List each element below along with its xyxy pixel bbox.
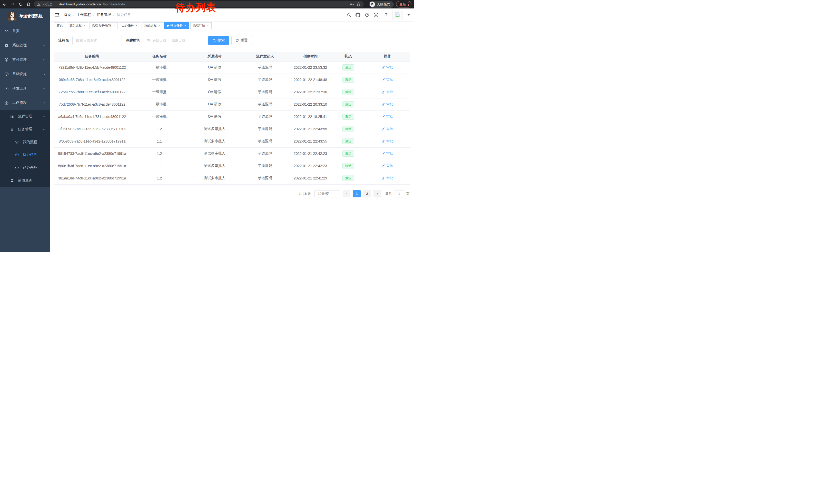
cell-create-time: 2022-01-22 20:33:10 [290, 98, 331, 110]
prev-page-button[interactable] [343, 190, 350, 197]
todo-task-table: 任务编号 任务名称 所属流程 流程发起人 创建时间 状态 操作 73211d9d… [54, 52, 410, 185]
browser-menu-icon[interactable] [408, 3, 409, 6]
tab-my-process[interactable]: 我的流程 [141, 22, 163, 29]
approve-button[interactable]: 审批 [382, 139, 393, 144]
edit-pen-icon [382, 164, 385, 168]
page-button-2[interactable]: 2 [363, 190, 371, 197]
cell-process: OA 请假 [189, 98, 240, 110]
edit-pen-icon [382, 103, 385, 106]
breadcrumb-task-mgmt[interactable]: 任务管理 [97, 12, 111, 17]
address-bar[interactable]: 不安全 dashboard.yudao.iocoder.cn/bpm/task/… [34, 1, 364, 7]
dashboard-icon [4, 29, 9, 33]
fullscreen-icon[interactable] [374, 12, 378, 17]
password-key-icon[interactable] [350, 2, 354, 6]
sidebar-item-workflow[interactable]: 工作流程 [0, 96, 50, 110]
process-name-input[interactable] [72, 36, 122, 45]
create-time-label: 创建时间 [126, 38, 140, 43]
tab-label: 已办任务 [122, 23, 134, 28]
tab-label: 首页 [57, 23, 63, 28]
approve-button[interactable]: 审批 [382, 114, 393, 119]
tab-todo-tasks[interactable]: 待办任务 [164, 22, 189, 29]
reset-button[interactable]: 重置 [232, 36, 252, 45]
cell-task-name: 1.1 [130, 135, 189, 147]
sidebar-item-home[interactable]: 首页 [0, 24, 50, 38]
edit-pen-icon [382, 115, 385, 118]
edit-pen-icon [382, 152, 385, 155]
tab-home[interactable]: 首页 [54, 22, 66, 29]
table-row: 580e1b3d-7ac8-11ec-a9e2-a2380e71991a 1.1… [54, 160, 410, 172]
table-row: 725a1eb6-7b88-11ec-8ef0-acde48001122 一级审… [54, 86, 410, 98]
sidebar-item-done-tasks[interactable]: 已办任务 [0, 161, 50, 174]
sidebar-item-process-mgmt[interactable]: 流程管理 [0, 110, 50, 123]
cell-task-name: 一级审批 [130, 110, 189, 123]
status-badge: 激活 [342, 89, 354, 95]
status-badge: 激活 [342, 138, 354, 144]
sidebar-item-payment[interactable]: 支付管理 [0, 53, 50, 67]
tab-label: 发起流程 [69, 23, 82, 28]
monitor-icon [4, 72, 9, 77]
update-button[interactable]: 更新 [396, 1, 412, 7]
tab-form-edit[interactable]: 流程表单-编辑 [89, 22, 118, 29]
close-icon[interactable] [184, 25, 187, 27]
approve-button[interactable]: 审批 [382, 164, 393, 168]
status-badge: 激活 [342, 163, 354, 169]
forward-icon[interactable] [10, 2, 15, 6]
page-button-1[interactable]: 1 [353, 190, 361, 197]
font-size-icon[interactable] [383, 12, 388, 17]
sidebar-item-label: 支付管理 [12, 57, 27, 62]
sidebar-item-infra[interactable]: 基础设施 [0, 67, 50, 81]
cell-task-name: 1.2 [130, 172, 189, 184]
cell-initiator: 芋道源码 [240, 110, 290, 123]
table-row: 8f0d1619-7ac8-11ec-a9e2-a2380e71991a 1.2… [54, 123, 410, 135]
cell-process: 测试多审批人 [189, 172, 240, 184]
approve-label: 审批 [386, 127, 393, 131]
help-icon[interactable] [365, 12, 369, 17]
app-logo-row[interactable]: 芋道管理系统 [0, 8, 50, 24]
approve-button[interactable]: 审批 [382, 102, 393, 107]
search-icon[interactable] [347, 13, 351, 17]
close-icon[interactable] [83, 25, 85, 27]
breadcrumb-home[interactable]: 首页 [64, 12, 71, 17]
cell-initiator: 芋道源码 [240, 86, 290, 98]
approve-button[interactable]: 审批 [382, 127, 393, 131]
reload-icon[interactable] [18, 2, 23, 6]
approve-button[interactable]: 审批 [382, 151, 393, 156]
approve-button[interactable]: 审批 [382, 176, 393, 180]
calendar-icon [147, 39, 150, 43]
avatar[interactable] [392, 10, 403, 20]
sidebar-item-system[interactable]: 系统管理 [0, 38, 50, 53]
tab-start-process[interactable]: 发起流程 [67, 22, 88, 29]
list-tree-icon [10, 114, 14, 119]
close-icon[interactable] [158, 25, 160, 27]
sidebar-item-leave-query[interactable]: 请假查询 [0, 174, 50, 187]
back-icon[interactable] [3, 2, 7, 6]
cell-task-name: 一级审批 [130, 98, 189, 110]
approve-button[interactable]: 审批 [382, 78, 393, 82]
tab-process-detail[interactable]: 流程详情 [190, 22, 212, 29]
approve-button[interactable]: 审批 [382, 65, 393, 70]
next-page-button[interactable] [373, 190, 381, 197]
date-range-picker[interactable]: 开始日期 - 结束日期 [143, 36, 205, 45]
range-separator: - [168, 39, 169, 43]
tab-label: 我的流程 [144, 23, 157, 28]
sidebar-item-my-process[interactable]: 我的流程 [0, 136, 50, 148]
breadcrumb-workflow[interactable]: 工作流程 [77, 12, 91, 17]
search-button[interactable]: 搜索 [208, 36, 229, 45]
avatar-caret-icon[interactable] [407, 14, 410, 16]
approve-button[interactable]: 审批 [382, 90, 393, 94]
home-icon[interactable] [27, 2, 31, 6]
cell-process: 测试多审批人 [189, 160, 240, 172]
github-icon[interactable] [356, 12, 360, 17]
tab-done-tasks[interactable]: 已办任务 [119, 22, 140, 29]
sidebar-collapse-icon[interactable] [54, 12, 59, 17]
close-icon[interactable] [113, 25, 115, 27]
goto-page-input[interactable] [394, 190, 404, 197]
close-icon[interactable] [135, 25, 138, 27]
sidebar-item-task-mgmt[interactable]: 任务管理 [0, 123, 50, 136]
bookmark-star-icon[interactable] [356, 2, 361, 6]
close-icon[interactable] [207, 25, 209, 27]
page-size-select[interactable]: 10条/页 [315, 190, 340, 197]
cell-create-time: 2022-01-21 22:42:23 [290, 147, 331, 160]
sidebar-item-devtools[interactable]: 研发工具 [0, 81, 50, 96]
sidebar-item-todo-tasks[interactable]: 待办任务 [0, 148, 50, 161]
